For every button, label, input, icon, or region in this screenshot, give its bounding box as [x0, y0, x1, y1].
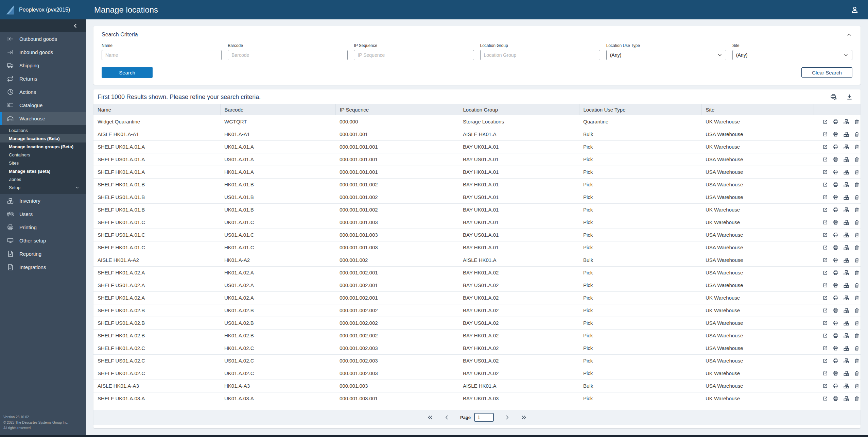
inventory-icon[interactable] — [843, 232, 849, 238]
print-icon[interactable] — [833, 358, 839, 364]
edit-icon[interactable] — [822, 169, 828, 175]
delete-icon[interactable] — [854, 358, 860, 364]
sidebar-item-reporting[interactable]: Reporting — [0, 247, 86, 260]
edit-icon[interactable] — [822, 333, 828, 339]
edit-icon[interactable] — [822, 358, 828, 364]
edit-icon[interactable] — [822, 320, 828, 326]
edit-icon[interactable] — [822, 119, 828, 125]
inventory-icon[interactable] — [843, 396, 849, 402]
edit-icon[interactable] — [822, 156, 828, 163]
sidebar-item-catalogue[interactable]: Catalogue — [0, 99, 86, 112]
edit-icon[interactable] — [822, 307, 828, 314]
delete-icon[interactable] — [854, 232, 860, 238]
site-select[interactable]: (Any) — [732, 50, 852, 60]
sidebar-item-actions[interactable]: Actions — [0, 85, 86, 99]
inventory-icon[interactable] — [843, 383, 849, 389]
person-icon[interactable] — [850, 5, 859, 14]
edit-icon[interactable] — [822, 245, 828, 251]
submenu-item-containers[interactable]: Containers — [0, 151, 86, 159]
inventory-icon[interactable] — [843, 207, 849, 213]
location-use-type-select[interactable]: (Any) — [606, 50, 726, 60]
print-icon[interactable] — [833, 156, 839, 163]
inventory-icon[interactable] — [843, 358, 849, 364]
inventory-icon[interactable] — [843, 131, 849, 137]
page-number-input[interactable] — [474, 413, 494, 422]
inventory-icon[interactable] — [843, 144, 849, 150]
print-icon[interactable] — [833, 333, 839, 339]
print-icon[interactable] — [833, 345, 839, 351]
delete-icon[interactable] — [854, 245, 860, 251]
print-icon[interactable] — [833, 219, 839, 225]
edit-icon[interactable] — [822, 295, 828, 301]
delete-icon[interactable] — [854, 282, 860, 288]
location-group-input[interactable] — [480, 50, 600, 60]
delete-icon[interactable] — [854, 320, 860, 326]
inventory-icon[interactable] — [843, 295, 849, 301]
submenu-item-locations[interactable]: Locations — [0, 126, 86, 134]
delete-icon[interactable] — [854, 295, 860, 301]
edit-icon[interactable] — [822, 232, 828, 238]
inventory-icon[interactable] — [843, 219, 849, 225]
next-page-icon[interactable] — [504, 414, 510, 421]
inventory-icon[interactable] — [843, 245, 849, 251]
delete-icon[interactable] — [854, 169, 860, 175]
print-icon[interactable] — [833, 144, 839, 150]
print-icon[interactable] — [833, 383, 839, 389]
inventory-icon[interactable] — [843, 119, 849, 125]
edit-icon[interactable] — [822, 396, 828, 402]
sidebar-item-integrations[interactable]: Integrations — [0, 260, 86, 274]
sidebar-item-printing[interactable]: Printing — [0, 221, 86, 234]
delete-icon[interactable] — [854, 182, 860, 188]
sidebar-item-inbound-goods[interactable]: Inbound goods — [0, 46, 86, 59]
submenu-item-manage-sites-beta[interactable]: Manage sites (Beta) — [0, 167, 86, 175]
submenu-item-setup[interactable]: Setup — [0, 183, 86, 191]
previous-page-icon[interactable] — [444, 414, 450, 421]
print-icon[interactable] — [833, 182, 839, 188]
edit-icon[interactable] — [822, 383, 828, 389]
inventory-icon[interactable] — [843, 370, 849, 376]
delete-icon[interactable] — [854, 194, 860, 200]
print-icon[interactable] — [833, 119, 839, 125]
last-page-icon[interactable] — [521, 414, 527, 421]
edit-icon[interactable] — [822, 282, 828, 288]
sidebar-item-users[interactable]: Users — [0, 207, 86, 221]
barcode-input[interactable] — [228, 50, 348, 60]
sidebar-item-warehouse[interactable]: Warehouse — [0, 112, 86, 125]
sidebar-item-shipping[interactable]: Shipping — [0, 59, 86, 72]
inventory-icon[interactable] — [843, 194, 849, 200]
download-icon[interactable] — [846, 94, 853, 101]
delete-icon[interactable] — [854, 156, 860, 163]
delete-icon[interactable] — [854, 370, 860, 376]
print-icon[interactable] — [833, 194, 839, 200]
print-icon[interactable] — [833, 131, 839, 137]
clear-search-button[interactable]: Clear Search — [801, 67, 852, 78]
delete-icon[interactable] — [854, 119, 860, 125]
ip-sequence-input[interactable] — [354, 50, 474, 60]
sidebar-item-outbound-goods[interactable]: Outbound goods — [0, 32, 86, 46]
inventory-icon[interactable] — [843, 333, 849, 339]
print-icon[interactable] — [833, 257, 839, 263]
print-icon[interactable] — [833, 370, 839, 376]
edit-icon[interactable] — [822, 131, 828, 137]
edit-icon[interactable] — [822, 257, 828, 263]
sidebar-collapse-icon[interactable] — [72, 23, 79, 29]
sidebar-item-inventory[interactable]: Inventory — [0, 194, 86, 207]
print-icon[interactable] — [833, 282, 839, 288]
edit-icon[interactable] — [822, 207, 828, 213]
submenu-item-manage-locations-beta[interactable]: Manage locations (Beta) — [0, 134, 86, 142]
delete-icon[interactable] — [854, 383, 860, 389]
edit-icon[interactable] — [822, 182, 828, 188]
edit-icon[interactable] — [822, 270, 828, 276]
inventory-icon[interactable] — [843, 270, 849, 276]
search-button[interactable]: Search — [102, 67, 153, 78]
delete-icon[interactable] — [854, 131, 860, 137]
delete-icon[interactable] — [854, 207, 860, 213]
edit-icon[interactable] — [822, 219, 828, 225]
print-icon[interactable] — [833, 295, 839, 301]
print-icon[interactable] — [833, 270, 839, 276]
inventory-icon[interactable] — [843, 182, 849, 188]
submenu-item-sites[interactable]: Sites — [0, 159, 86, 167]
first-page-icon[interactable] — [427, 414, 433, 421]
submenu-item-zones[interactable]: Zones — [0, 175, 86, 183]
print-disabled-icon[interactable] — [830, 94, 837, 101]
